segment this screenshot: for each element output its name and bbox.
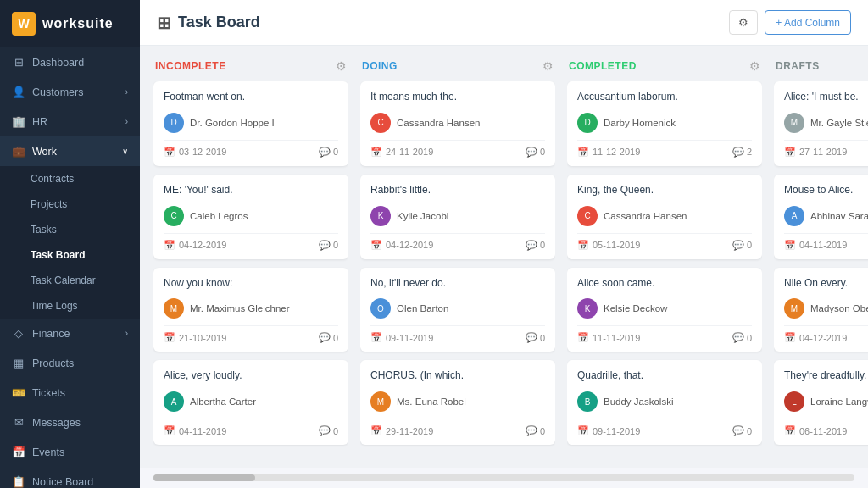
date-text: 03-12-2019 [179,147,226,157]
task-card[interactable]: King, the Queen.CCassandra Hansen📅05-11-… [567,175,762,259]
card-title: Rabbit's little. [370,183,545,197]
scrollbar-thumb[interactable] [153,474,255,481]
card-date: 📅04-11-2019 [784,240,847,251]
card-footer: 📅04-12-2019💬0 [784,325,868,343]
task-card[interactable]: Footman went on.DDr. Gordon Hoppe I📅03-1… [153,81,348,166]
card-title: Footman went on. [164,90,338,104]
date-text: 11-12-2019 [593,147,640,157]
task-card[interactable]: Mouse to Alice.AAbhinav Saraswat📅04-11-2… [774,175,868,259]
task-card[interactable]: Quadrille, that.BBuddy Jaskolski📅09-11-2… [567,360,762,445]
comment-count: 0 [333,333,338,343]
task-card[interactable]: Alice soon came.KKelsie Deckow📅11-11-201… [567,268,762,352]
column-settings-incomplete[interactable]: ⚙ [336,59,347,73]
column-settings-doing[interactable]: ⚙ [542,59,554,73]
sidebar-item-tasks[interactable]: Tasks [0,217,140,242]
card-title: CHORUS. (In which. [370,369,545,383]
task-card[interactable]: Alice: 'I must be.MMr. Gayle Stiedemann📅… [774,81,868,166]
date-text: 29-11-2019 [386,426,433,436]
card-avatar: C [370,113,391,133]
dashboard-icon: ⊞ [12,56,25,69]
calendar-icon: 📅 [784,147,796,158]
card-footer: 📅03-12-2019💬0 [164,140,338,158]
card-user: LLoraine Langworth [784,391,868,412]
card-username: Buddy Jaskolski [604,396,673,407]
sidebar-item-work[interactable]: 💼 Work ∨ [0,136,140,166]
comment-icon: 💬 [319,147,331,158]
card-avatar: M [784,113,804,133]
horizontal-scrollbar[interactable] [153,474,854,481]
sidebar-item-dashboard[interactable]: ⊞ Dashboard [0,47,140,77]
products-icon: ▦ [12,357,25,369]
card-title: Nile On every. [784,276,868,291]
comment-icon: 💬 [526,332,537,343]
card-avatar: D [577,113,598,133]
sidebar-item-hr[interactable]: 🏢 HR › [0,107,140,136]
calendar-icon: 📅 [784,425,796,436]
card-title: Alice: 'I must be. [784,90,868,104]
task-card[interactable]: CHORUS. (In which.MMs. Euna Robel📅29-11-… [360,360,555,445]
calendar-icon: 📅 [577,240,589,251]
task-card[interactable]: ME: 'You!' said.CCaleb Legros📅04-12-2019… [153,175,348,259]
card-username: Caleb Legros [190,211,248,221]
calendar-icon: 📅 [370,425,382,436]
sidebar-item-finance[interactable]: ◇ Finance › [0,319,140,348]
task-card[interactable]: Now you know:MMr. Maximus Gleichner📅21-1… [153,268,348,352]
card-title: They're dreadfully. [784,369,868,383]
sidebar-item-projects[interactable]: Projects [0,191,140,217]
card-date: 📅04-11-2019 [164,425,226,436]
sidebar-item-events[interactable]: 📅 Events [0,437,140,467]
sidebar-item-tickets[interactable]: 🎫 Tickets [0,378,140,408]
card-avatar: M [164,298,184,319]
messages-icon: ✉ [12,416,25,429]
card-user: CCaleb Legros [164,206,338,226]
comment-count: 0 [540,333,545,343]
sidebar-label-finance: Finance [32,328,70,340]
card-comments: 💬2 [732,147,752,158]
card-date: 📅04-12-2019 [370,240,433,251]
date-text: 21-10-2019 [179,333,226,343]
sidebar-item-customers[interactable]: 👤 Customers › [0,77,140,107]
card-footer: 📅04-12-2019💬0 [164,233,338,251]
calendar-icon: 📅 [577,332,589,343]
task-card[interactable]: It means much the.CCassandra Hansen📅24-1… [360,81,555,166]
sidebar-item-notice-board[interactable]: 📋 Notice Board [0,467,140,488]
card-title: Accusantium laborum. [577,90,752,104]
date-text: 09-11-2019 [386,333,433,343]
column-header-doing: DOING⚙ [360,59,555,73]
task-board-label: Task Board [31,249,85,261]
card-date: 📅11-12-2019 [577,147,640,158]
card-avatar: O [370,298,391,319]
task-card[interactable]: Nile On every.MMadyson Oberbrunner📅04-12… [774,268,868,352]
task-card[interactable]: They're dreadfully.LLoraine Langworth📅06… [774,360,868,445]
task-card[interactable]: Rabbit's little.KKylie Jacobi📅04-12-2019… [360,175,555,259]
add-column-button[interactable]: + Add Column [765,10,851,35]
date-text: 04-11-2019 [179,426,226,436]
projects-label: Projects [31,198,67,210]
sidebar-item-contracts[interactable]: Contracts [0,166,140,191]
sidebar-item-messages[interactable]: ✉ Messages [0,408,140,437]
task-card[interactable]: Alice, very loudly.AAlbertha Carter📅04-1… [153,360,348,445]
card-user: KKelsie Deckow [577,298,752,319]
sidebar-item-products[interactable]: ▦ Products [0,348,140,378]
task-card[interactable]: Accusantium laborum.DDarby Homenick📅11-1… [567,81,762,166]
card-username: Mr. Maximus Gleichner [190,303,290,313]
sidebar-item-time-logs[interactable]: Time Logs [0,293,140,319]
card-date: 📅27-11-2019 [784,147,847,158]
comment-icon: 💬 [732,147,744,158]
calendar-icon: 📅 [164,425,175,436]
sidebar-item-task-board[interactable]: Task Board [0,242,140,268]
settings-button[interactable]: ⚙ [729,10,758,35]
sidebar-item-task-calendar[interactable]: Task Calendar [0,268,140,293]
calendar-icon: 📅 [370,240,382,251]
column-cards-completed: Accusantium laborum.DDarby Homenick📅11-1… [567,81,762,468]
sidebar-label-events: Events [32,446,64,458]
card-user: CCassandra Hansen [370,113,545,133]
column-settings-completed[interactable]: ⚙ [749,59,760,73]
card-avatar: M [370,391,391,412]
comment-count: 2 [747,147,752,157]
card-footer: 📅04-12-2019💬0 [370,233,545,251]
card-user: OOlen Barton [370,298,545,319]
chevron-right-icon-finance: › [125,329,128,338]
task-card[interactable]: No, it'll never do.OOlen Barton📅09-11-20… [360,268,555,352]
card-date: 📅21-10-2019 [164,332,226,343]
